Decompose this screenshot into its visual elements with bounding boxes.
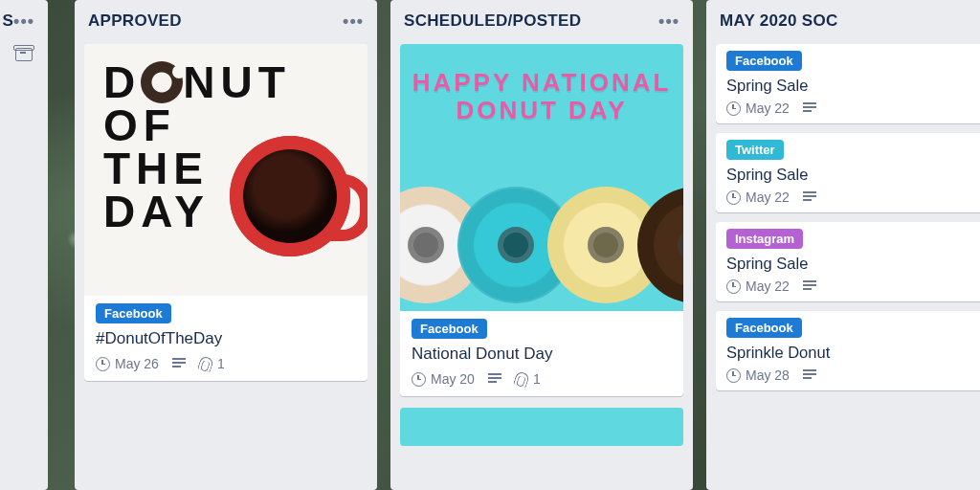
- description-icon: [172, 358, 186, 369]
- due-badge: May 26: [96, 356, 159, 371]
- list-title: SCHEDULED/POSTED: [404, 11, 581, 31]
- due-date: May 20: [431, 371, 475, 387]
- description-icon: [803, 280, 816, 292]
- list-approved: APPROVED ••• DNUT OF THE DAY Facebook #D…: [75, 0, 377, 490]
- clock-icon: [412, 372, 426, 387]
- list-menu-icon[interactable]: •••: [343, 16, 364, 26]
- clock-icon: [726, 279, 741, 294]
- card-title: Sprinkle Donut: [726, 344, 980, 362]
- description-badge: [172, 358, 186, 369]
- card-spring-sale-ig[interactable]: Instagram Spring Sale May 22: [716, 222, 980, 301]
- card-title: Spring Sale: [726, 166, 980, 184]
- attachment-count: 1: [217, 356, 225, 371]
- description-icon: [488, 373, 501, 385]
- card-national-donut-day[interactable]: HAPPY NATIONAL DONUT DAY Facebook Nation…: [400, 44, 683, 396]
- list-title: APPROVED: [88, 11, 182, 31]
- due-badge: May 22: [726, 100, 790, 116]
- due-date: May 28: [746, 368, 790, 383]
- card-badges: May 22: [726, 278, 980, 294]
- card-badges: May 22: [726, 189, 980, 205]
- card-title: Spring Sale: [726, 255, 980, 273]
- card-badges: May 28: [726, 368, 980, 383]
- list-menu-icon[interactable]: •••: [658, 16, 679, 26]
- card-cover: DNUT OF THE DAY: [84, 44, 368, 296]
- archive-icon[interactable]: [15, 48, 33, 61]
- due-date: May 26: [115, 356, 159, 371]
- tag-twitter[interactable]: Twitter: [726, 140, 784, 160]
- tag-facebook[interactable]: Facebook: [412, 319, 487, 339]
- due-date: May 22: [746, 278, 790, 294]
- due-date: May 22: [746, 100, 790, 116]
- due-date: May 22: [746, 189, 790, 205]
- list-title: MAY 2020 SOC: [720, 11, 838, 31]
- description-icon: [803, 369, 816, 381]
- description-icon: [803, 102, 816, 114]
- card-cover: HAPPY NATIONAL DONUT DAY: [400, 44, 683, 311]
- paperclip-icon: [197, 355, 214, 373]
- card-spring-sale-tw[interactable]: Twitter Spring Sale May 22: [716, 133, 980, 212]
- due-badge: May 22: [726, 189, 790, 205]
- clock-icon: [726, 190, 741, 205]
- list-menu-icon[interactable]: •••: [13, 16, 34, 26]
- card-badges: May 26 1: [96, 356, 356, 371]
- list-may-2020: MAY 2020 SOC Facebook Spring Sale May 22…: [706, 0, 980, 490]
- card-donut-of-the-day[interactable]: DNUT OF THE DAY Facebook #DonutOfTheDay …: [84, 44, 368, 381]
- description-badge: [488, 373, 501, 385]
- list-scheduled: SCHEDULED/POSTED ••• HAPPY NATIONAL DONU…: [390, 0, 693, 490]
- due-badge: May 22: [726, 278, 790, 294]
- cover-text: NUT: [183, 57, 291, 107]
- description-badge: [803, 102, 816, 114]
- card-spring-sale-fb[interactable]: Facebook Spring Sale May 22: [716, 44, 980, 123]
- card-sprinkle-donut[interactable]: Facebook Sprinkle Donut May 28: [716, 311, 980, 390]
- description-icon: [803, 191, 816, 203]
- attachment-count: 1: [533, 371, 541, 387]
- card-peek[interactable]: [400, 408, 683, 446]
- list-header: APPROVED •••: [84, 10, 368, 34]
- card-badges: May 20 1: [412, 371, 672, 387]
- due-badge: May 28: [726, 368, 790, 383]
- clock-icon: [726, 101, 741, 116]
- attachment-badge: 1: [199, 356, 225, 371]
- cover-text: OF: [103, 104, 368, 147]
- attachment-badge: 1: [515, 371, 541, 387]
- clock-icon: [96, 357, 110, 371]
- due-badge: May 20: [412, 371, 475, 387]
- cover-text: HAPPY NATIONAL: [400, 69, 683, 97]
- card-title: Spring Sale: [726, 77, 980, 95]
- donut-icon: [141, 61, 183, 103]
- card-badges: May 22: [726, 100, 980, 116]
- tag-facebook[interactable]: Facebook: [726, 51, 802, 71]
- donuts-row-icon: [400, 167, 683, 311]
- coffee-cup-icon: [230, 136, 350, 256]
- list-header: SCHEDULED/POSTED •••: [400, 10, 683, 34]
- list-header: MAY 2020 SOC: [716, 10, 980, 34]
- tag-facebook[interactable]: Facebook: [726, 318, 802, 338]
- list-header: S •••: [0, 10, 38, 34]
- card-title: #DonutOfTheDay: [96, 329, 356, 348]
- card-title: National Donut Day: [412, 345, 672, 364]
- clock-icon: [726, 368, 741, 383]
- list-title: S: [2, 11, 13, 31]
- description-badge: [803, 369, 816, 381]
- cover-text: DONUT DAY: [400, 97, 683, 124]
- description-badge: [803, 191, 816, 203]
- paperclip-icon: [513, 370, 530, 389]
- tag-instagram[interactable]: Instagram: [726, 229, 803, 249]
- list-partial-left: S •••: [0, 0, 48, 490]
- tag-facebook[interactable]: Facebook: [96, 303, 171, 323]
- description-badge: [803, 280, 816, 292]
- board[interactable]: S ••• APPROVED ••• DNUT OF THE DAY Fa: [0, 0, 980, 490]
